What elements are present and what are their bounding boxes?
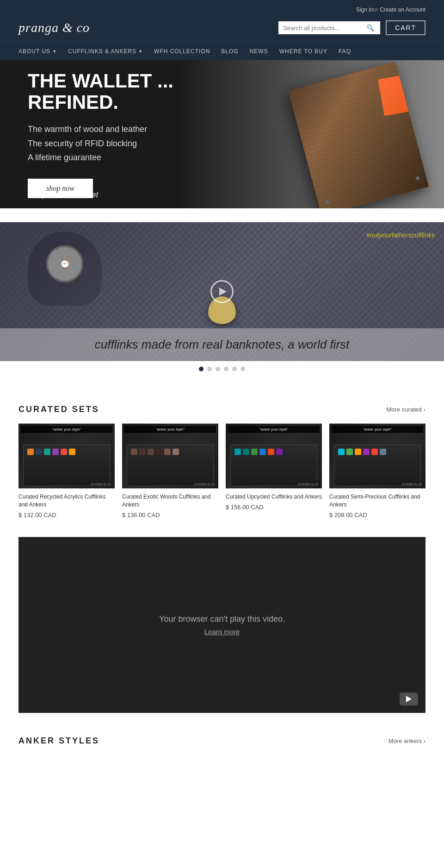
sign-in-link[interactable]: Sign in [356,6,373,13]
item-dot [243,449,249,455]
play-button[interactable] [210,280,234,303]
item-dot [363,449,370,455]
item-dot [27,449,34,455]
product-box [230,444,317,486]
product-name: Curated Exotic Woods Cufflinks and Anker… [122,493,218,509]
item-dot [164,449,171,455]
product-items [231,445,317,459]
dropdown-arrow: ▼ [138,49,143,54]
item-dot [36,449,42,455]
product-brand: pranga & co [91,482,111,486]
product-box [23,444,110,486]
product-card[interactable]: "anker your style" pranga & co Curated E… [122,424,218,518]
item-dot [148,449,154,455]
item-dot [355,449,361,455]
curated-sets-title: CURATED SETS [18,405,99,414]
product-name: Curated Recycled Acrylics Cufflinks and … [18,493,115,509]
anker-styles-section: ANKER STYLES More ankers › [0,727,444,750]
product-name: Curated Semi-Precious Cufflinks and Anke… [329,493,426,509]
item-dot [259,449,266,455]
dropdown-arrow: ▼ [52,49,57,54]
product-image: "anker your style" pranga & co [18,424,115,488]
product-brand: pranga & co [195,482,215,486]
product-brand: pranga & co [402,482,422,486]
search-input[interactable] [283,25,366,31]
product-brand: pranga & co [298,482,318,486]
carousel-dot-2[interactable] [207,367,212,371]
carousel-dot-4[interactable] [224,367,228,371]
hero-subtitle: The warmth of wood and leather The secur… [28,122,416,165]
product-card[interactable]: "anker your style" pranga & co Curated R… [18,424,115,518]
search-button[interactable]: 🔍 [366,24,374,31]
play-triangle [406,696,412,702]
products-grid: "anker your style" pranga & co Curated R… [18,424,426,518]
item-dot [131,449,137,455]
product-items [127,445,213,459]
nav-faq[interactable]: FAQ [339,48,351,55]
product-image: "anker your style" pranga & co [226,424,322,488]
cart-button[interactable]: CART [386,20,426,35]
nav-wfh-collection[interactable]: WFH COLLECTION [154,48,210,55]
product-price: $ 132.00 CAD [18,512,115,518]
carousel-dot-6[interactable] [240,367,245,371]
anker-header: ANKER STYLES More ankers › [18,736,426,746]
youtube-icon[interactable] [400,693,418,706]
hero-title: THE WALLET ... REFINED. [28,70,416,113]
item-dot [346,449,353,455]
item-dot [44,449,50,455]
cufflinks-banner: ⌚ #notyourfatherscufflinks cufflinks mad… [0,222,444,377]
carousel-dot-5[interactable] [232,367,237,371]
carousel-dot-3[interactable] [216,367,220,371]
or-text: or [373,6,378,13]
product-box [127,444,214,486]
product-tag: "anker your style" [21,426,112,433]
product-card[interactable]: "anker your style" pranga & co Curated U… [226,424,322,518]
navigation: ABOUT US ▼ CUFFLINKS & ANKERS ▼ WFH COLL… [0,42,444,60]
product-items [334,445,420,459]
item-dot [268,449,274,455]
product-image: "anker your style" pranga & co [329,424,426,488]
carousel-dot-1[interactable] [199,367,204,371]
product-price: $ 156.00 CAD [226,504,322,511]
nav-where-to-buy[interactable]: WHERE TO BUY [279,48,327,55]
product-tag: "anker your style" [124,426,216,433]
product-tag: "anker your style" [332,426,423,433]
cufflinks-image-area: ⌚ #notyourfatherscufflinks cufflinks mad… [0,222,444,361]
nav-cufflinks-ankers[interactable]: CUFFLINKS & ANKERS ▼ [68,48,143,55]
carousel-dots [0,361,444,377]
item-dot [251,449,258,455]
product-price: $ 136.00 CAD [122,512,218,518]
cufflinks-text: cufflinks made from real banknotes, a wo… [9,337,435,352]
learn-more-link[interactable]: Learn more [204,628,240,636]
nav-blog[interactable]: BLOG [221,48,238,55]
search-box: 🔍 [278,21,380,34]
item-dot [61,449,67,455]
cufflinks-hashtag: #notyourfatherscufflinks [366,231,435,239]
video-message: Your browser can't play this video. [159,614,285,624]
create-account-link[interactable]: Create an Account [380,6,426,13]
item-dot [371,449,378,455]
item-dot [69,449,75,455]
product-card[interactable]: "anker your style" pranga & co Curated S… [329,424,426,518]
item-dot [52,449,59,455]
item-dot [173,449,179,455]
section-header: CURATED SETS More curated › [18,405,426,414]
product-tag: "anker your style" [228,426,320,433]
nav-about-us[interactable]: ABOUT US ▼ [18,48,57,55]
shop-now-button[interactable]: shop now [28,179,93,198]
video-section: Your browser can't play this video. Lear… [18,537,426,713]
product-image: "anker your style" pranga & co [122,424,218,488]
item-dot [156,449,162,455]
cufflinks-overlay: cufflinks made from real banknotes, a wo… [0,328,444,361]
item-dot [234,449,241,455]
product-box [334,444,421,486]
item-dot [276,449,283,455]
more-ankers-link[interactable]: More ankers › [388,737,426,744]
more-curated-link[interactable]: More curated › [386,406,426,413]
logo[interactable]: pranga & co [18,20,90,35]
hero-content: THE WALLET ... REFINED. The warmth of wo… [0,60,444,208]
product-items [24,445,110,459]
anker-styles-title: ANKER STYLES [18,736,99,746]
nav-news[interactable]: NEWS [250,48,268,55]
product-price: $ 208.00 CAD [329,512,426,518]
